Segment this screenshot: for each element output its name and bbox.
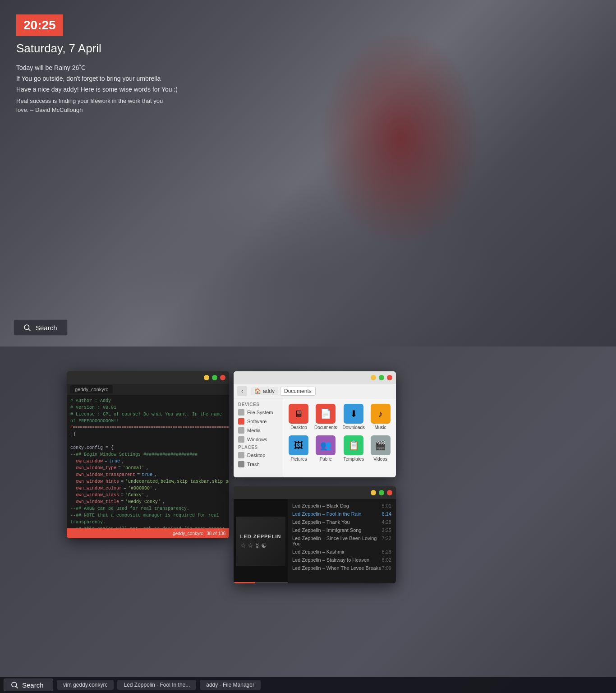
track-5-duration: 7:22 (382, 536, 391, 546)
folder-public[interactable]: 👥 Public (313, 434, 339, 463)
folder-templates[interactable]: 📋 Templates (341, 434, 367, 463)
documents-folder-icon: 📄 (316, 404, 336, 424)
track-3-duration: 4:28 (382, 519, 391, 525)
taskbar-app-music[interactable]: Led Zeppelin - Fool In the... (117, 680, 196, 690)
media-icon (238, 427, 244, 434)
taskbar-app-filemanager[interactable]: addy - File Manager (200, 680, 261, 690)
search-bar-top[interactable]: Search (14, 319, 68, 336)
track-8[interactable]: Led Zeppelin – When The Levee Breaks 7:0… (291, 564, 392, 572)
music-album-art: LED ZEPPELIN ☆ ☆ ☿ ☯ (234, 499, 288, 583)
clock-time: 20:25 (23, 18, 56, 32)
album-title: LED ZEPPELIN (240, 533, 281, 540)
search-icon-top (23, 323, 31, 332)
trash-label: Trash (247, 462, 260, 467)
search-bar-taskbar[interactable]: Search (4, 679, 53, 691)
music-progress-bar[interactable] (234, 582, 288, 583)
track-5[interactable]: Led Zeppelin – Since I've Been Loving Yo… (291, 534, 392, 548)
fm-device-software[interactable]: Software (234, 417, 283, 426)
track-1-duration: 5:01 (382, 503, 391, 508)
track-1[interactable]: Led Zeppelin – Black Dog 5:01 (291, 502, 392, 510)
track-7[interactable]: Led Zeppelin – Stairway to Heaven 8:02 (291, 556, 392, 564)
search-label-top: Search (36, 324, 57, 332)
templates-folder-icon: 📋 (344, 435, 363, 455)
fm-device-media[interactable]: Media (234, 426, 283, 435)
folder-pictures[interactable]: 🖼 Pictures (287, 434, 311, 463)
desktop-bottom: geddy_conkyrc # Author : Addy # Version … (0, 346, 616, 693)
svg-line-1 (28, 329, 30, 331)
fm-device-filesystem[interactable]: File System (234, 408, 283, 417)
track-7-duration: 8:02 (382, 557, 391, 563)
fm-minimize-btn[interactable] (371, 375, 376, 380)
album-symbols: ☆ ☆ ☿ ☯ (240, 542, 281, 549)
gedit-minimize-btn[interactable] (204, 375, 209, 380)
downloads-folder-icon: ⬇ (344, 404, 363, 424)
track-5-name: Led Zeppelin – Since I've Been Loving Yo… (292, 536, 382, 546)
music-folder-icon: ♪ (371, 404, 391, 424)
filesystem-icon (238, 409, 244, 416)
folder-documents[interactable]: 📄 Documents (313, 402, 339, 432)
folder-downloads[interactable]: ⬇ Downloads (341, 402, 367, 432)
desktop-folder-icon: 🖥 (289, 404, 308, 424)
fm-device-windows[interactable]: Windows (234, 435, 283, 444)
track-3[interactable]: Led Zeppelin – Thank You 4:28 (291, 518, 392, 526)
fm-places-label: PLACES (234, 444, 283, 451)
fm-place-desktop[interactable]: Desktop (234, 451, 283, 460)
folder-videos[interactable]: 🎬 Videos (368, 434, 392, 463)
taskbar-fm-label: addy - File Manager (206, 682, 254, 688)
documents-folder-label: Documents (314, 425, 337, 430)
fm-close-btn[interactable] (387, 375, 392, 380)
music-maximize-btn[interactable] (379, 490, 384, 495)
track-8-name: Led Zeppelin – When The Levee Breaks (292, 565, 381, 571)
windows-icon (238, 436, 244, 443)
music-tracklist: Led Zeppelin – Black Dog 5:01 Led Zeppel… (288, 499, 396, 583)
fm-place-trash[interactable]: Trash (234, 460, 283, 469)
music-close-btn[interactable] (387, 490, 392, 495)
track-7-name: Led Zeppelin – Stairway to Heaven (292, 557, 369, 563)
music-titlebar (234, 486, 396, 499)
videos-folder-icon: 🎬 (371, 435, 391, 455)
track-4-duration: 2:25 (382, 527, 391, 533)
track-3-name: Led Zeppelin – Thank You (292, 519, 350, 525)
music-window: LED ZEPPELIN ☆ ☆ ☿ ☯ Led Zeppelin – Blac… (234, 486, 396, 583)
track-2[interactable]: Led Zeppelin – Fool In the Rain 6:14 (291, 510, 392, 518)
gedit-close-btn[interactable] (220, 375, 225, 380)
fm-toolbar: ‹ 🏠 addy Documents (234, 384, 396, 398)
track-6[interactable]: Led Zeppelin – Kashmir 8:28 (291, 548, 392, 556)
public-folder-icon: 👥 (316, 435, 336, 455)
desktop-top: 20:25 Saturday, 7 April Today will be Ra… (0, 0, 616, 346)
software-label: Software (247, 419, 267, 424)
windows-label: Windows (247, 437, 267, 442)
fm-folder-label[interactable]: Documents (280, 387, 316, 396)
track-4[interactable]: Led Zeppelin – Immigrant Song 2:25 (291, 526, 392, 534)
fm-body: DEVICES File System Software Media Windo… (234, 398, 396, 477)
desktop-sidebar-label: Desktop (247, 453, 265, 458)
gedit-content[interactable]: # Author : Addy # Version : v0.01 # Lice… (67, 395, 229, 528)
gedit-maximize-btn[interactable] (212, 375, 217, 380)
public-folder-label: Public (320, 457, 332, 462)
gedit-tab[interactable]: geddy_conkyrc (70, 385, 113, 393)
music-folder-label: Music (374, 425, 386, 430)
fm-sidebar: DEVICES File System Software Media Windo… (234, 398, 283, 477)
track-6-duration: 8:28 (382, 549, 391, 554)
folder-music[interactable]: ♪ Music (368, 402, 392, 432)
fm-titlebar (234, 371, 396, 384)
search-label-taskbar: Search (22, 681, 44, 689)
templates-folder-label: Templates (344, 457, 364, 462)
album-art-display: LED ZEPPELIN ☆ ☆ ☿ ☯ (236, 517, 285, 566)
fm-back-btn[interactable]: ‹ (237, 386, 247, 396)
taskbar-app-vim[interactable]: vim geddy.conkyrc (57, 680, 114, 690)
weather-info: Today will be Rainy 26˚C If You go outsi… (16, 63, 178, 95)
music-minimize-btn[interactable] (371, 490, 376, 495)
filesystem-label: File System (247, 410, 273, 415)
fm-location: 🏠 addy Documents (251, 387, 316, 396)
date-display: Saturday, 7 April (16, 42, 178, 55)
taskbar-bottom: Search vim geddy.conkyrc Led Zeppelin - … (0, 677, 616, 693)
track-2-name: Led Zeppelin – Fool In the Rain (292, 511, 362, 517)
weather-line2: If You go outside, don't forget to bring… (16, 74, 178, 84)
folder-desktop[interactable]: 🖥 Desktop (287, 402, 311, 432)
fm-home-btn[interactable]: 🏠 addy (251, 387, 278, 395)
svg-point-0 (24, 325, 29, 330)
fm-home-label: addy (263, 388, 275, 394)
weather-line1: Today will be Rainy 26˚C (16, 63, 178, 74)
fm-maximize-btn[interactable] (379, 375, 384, 380)
